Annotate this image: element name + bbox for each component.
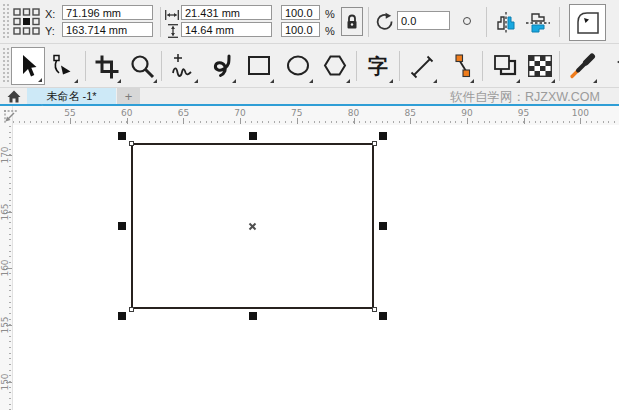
degree-symbol-icon bbox=[463, 17, 471, 25]
object-width-field[interactable] bbox=[181, 5, 272, 20]
ruler-major-tick bbox=[524, 118, 525, 124]
ruler-major-tick bbox=[6, 325, 12, 326]
new-document-button[interactable]: + bbox=[117, 88, 140, 104]
ruler-major-tick bbox=[6, 268, 12, 269]
ruler-number: 60 bbox=[121, 108, 132, 118]
ruler-number: 95 bbox=[518, 108, 529, 118]
separator bbox=[85, 51, 86, 81]
ruler-number: 55 bbox=[64, 108, 75, 118]
shape-tool[interactable] bbox=[46, 47, 80, 85]
clipped-tool[interactable] bbox=[603, 47, 619, 85]
freehand-tool[interactable] bbox=[166, 47, 200, 85]
selection-handle[interactable] bbox=[379, 132, 387, 140]
lock-ratio-button[interactable] bbox=[341, 7, 363, 36]
ruler-major-tick bbox=[580, 118, 581, 124]
selection-handle[interactable] bbox=[118, 222, 126, 230]
toolbox: 字 bbox=[0, 44, 619, 88]
mirror-vertical-icon bbox=[525, 10, 551, 36]
ruler-major-tick bbox=[6, 212, 12, 213]
mirror-horizontal-icon bbox=[493, 10, 519, 36]
ruler-origin-icon[interactable] bbox=[1, 107, 18, 124]
separator bbox=[486, 7, 487, 37]
mirror-horizontal-button[interactable] bbox=[492, 9, 520, 36]
rotate-icon bbox=[373, 12, 393, 32]
selection-handle[interactable] bbox=[249, 132, 257, 140]
selection-center-mark[interactable] bbox=[248, 222, 257, 231]
ellipse-icon bbox=[284, 52, 312, 80]
plus-icon: + bbox=[125, 90, 133, 103]
toolbar-grip[interactable] bbox=[2, 3, 10, 40]
scale-v-field[interactable] bbox=[281, 22, 320, 37]
canvas[interactable] bbox=[13, 125, 619, 410]
scale-h-field[interactable] bbox=[281, 5, 320, 20]
connector-tool[interactable] bbox=[442, 47, 476, 85]
x-position-field[interactable] bbox=[62, 5, 153, 20]
ruler-major-tick bbox=[6, 155, 12, 156]
eyedropper-icon bbox=[569, 53, 596, 80]
text-tool[interactable]: 字 bbox=[361, 47, 395, 85]
separator bbox=[559, 7, 560, 37]
rectangle-tool[interactable] bbox=[242, 47, 276, 85]
ruler-major-tick bbox=[127, 118, 128, 124]
corner-node[interactable] bbox=[372, 141, 377, 146]
object-position-icon bbox=[13, 8, 40, 35]
selection-handle[interactable] bbox=[249, 312, 257, 320]
document-tab[interactable]: 未命名 -1* bbox=[27, 88, 116, 104]
rotation-angle-field[interactable] bbox=[397, 11, 450, 30]
ruler-number: 100 bbox=[572, 108, 589, 118]
ruler-major-tick bbox=[70, 118, 71, 124]
ruler-major-tick bbox=[354, 118, 355, 124]
selection-handle[interactable] bbox=[379, 222, 387, 230]
object-height-field[interactable] bbox=[181, 22, 272, 37]
bspline-tool[interactable] bbox=[204, 47, 238, 85]
crop-tool[interactable] bbox=[89, 47, 123, 85]
corner-node[interactable] bbox=[372, 307, 377, 312]
toolbar-grip[interactable] bbox=[2, 47, 10, 84]
pick-tool[interactable] bbox=[11, 47, 45, 85]
drop-shadow-tool[interactable] bbox=[488, 47, 522, 85]
selection-handle[interactable] bbox=[118, 132, 126, 140]
connector-icon bbox=[446, 53, 473, 80]
separator bbox=[399, 51, 400, 81]
object-width-icon bbox=[165, 10, 179, 20]
document-tab-bar: 未命名 -1* + 软件自学网：RJZXW.COM bbox=[0, 88, 619, 106]
separator bbox=[161, 51, 162, 81]
transparency-icon bbox=[528, 55, 552, 77]
mirror-vertical-button[interactable] bbox=[524, 9, 552, 36]
ruler-ticks bbox=[13, 121, 619, 123]
ruler-number: 85 bbox=[404, 108, 415, 118]
separator bbox=[559, 51, 560, 81]
separator bbox=[368, 7, 369, 37]
lock-ratio-icon bbox=[345, 13, 359, 30]
zoom-icon bbox=[129, 53, 156, 80]
corner-settings-button[interactable] bbox=[569, 4, 606, 41]
parallel-dimension-tool[interactable] bbox=[405, 47, 439, 85]
freehand-icon bbox=[169, 52, 197, 80]
brand-text: 软件自学网：RJZXW.COM bbox=[450, 89, 600, 106]
zoom-tool[interactable] bbox=[125, 47, 159, 85]
selection-handle[interactable] bbox=[118, 312, 126, 320]
ruler-number: 65 bbox=[178, 108, 189, 118]
horizontal-ruler[interactable]: 556065707580859095100 bbox=[13, 106, 619, 125]
corner-node[interactable] bbox=[129, 141, 134, 146]
ellipse-tool[interactable] bbox=[281, 47, 315, 85]
separator bbox=[160, 7, 161, 37]
y-label: Y: bbox=[45, 25, 55, 37]
ruler-number: 90 bbox=[461, 108, 472, 118]
y-position-field[interactable] bbox=[62, 22, 153, 37]
corner-node[interactable] bbox=[129, 307, 134, 312]
pick-icon bbox=[15, 53, 41, 79]
clipped-tool-icon bbox=[607, 53, 619, 80]
color-eyedropper-tool[interactable] bbox=[565, 47, 599, 85]
vertical-ruler[interactable]: 170165160155150 bbox=[0, 106, 13, 410]
ruler-major-tick bbox=[467, 118, 468, 124]
property-bar: X: Y: % % bbox=[0, 0, 619, 44]
center-anchor bbox=[23, 18, 30, 25]
ruler-major-tick bbox=[240, 118, 241, 124]
transparency-tool[interactable] bbox=[523, 47, 557, 85]
text-tool-glyph: 字 bbox=[368, 56, 388, 76]
selection-handle[interactable] bbox=[379, 312, 387, 320]
shape-icon bbox=[50, 53, 76, 79]
polygon-tool[interactable] bbox=[318, 47, 352, 85]
home-button[interactable] bbox=[0, 88, 27, 104]
